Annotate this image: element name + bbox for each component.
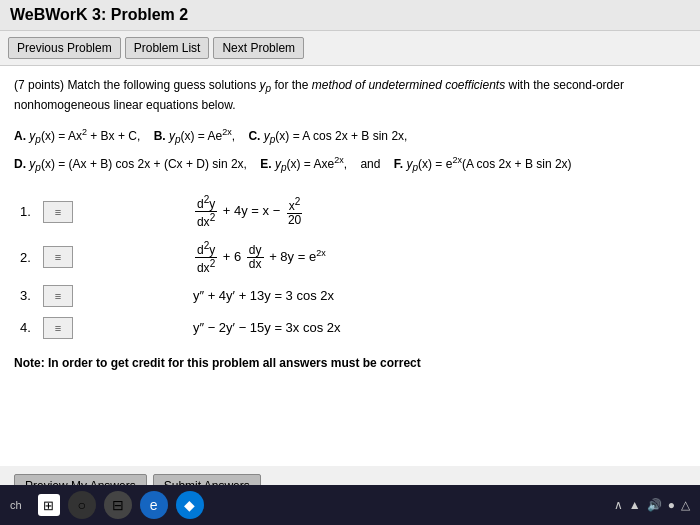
next-problem-button[interactable]: Next Problem	[213, 37, 304, 59]
content-area: (7 points) Match the following guess sol…	[0, 66, 700, 466]
answer-input-2[interactable]: ≡	[43, 246, 73, 268]
table-row: 3. ≡ y″ + 4y′ + 13y = 3 cos 2x	[14, 280, 686, 312]
windows-icon[interactable]: ⊞	[38, 494, 60, 516]
equation-2: d2y dx2 + 6 dy dx + 8y = e2x	[187, 235, 686, 280]
problem-list-button[interactable]: Problem List	[125, 37, 210, 59]
equation-1: d2y dx2 + 4y = x − x2 20	[187, 189, 686, 234]
taskview-icon[interactable]: ⊟	[104, 491, 132, 519]
equation-4: y″ − 2y′ − 15y = 3x cos 2x	[187, 312, 686, 344]
problems-table: 1. ≡ d2y dx2 + 4y = x − x2	[14, 189, 686, 344]
note-text: Note: In order to get credit for this pr…	[14, 356, 686, 370]
table-row: 2. ≡ d2y dx2 + 6 dy	[14, 235, 686, 280]
title-text: WeBWorK 3: Problem 2	[10, 6, 188, 23]
clock: ●	[668, 498, 675, 512]
volume-icon: ▲	[629, 498, 641, 512]
search-icon[interactable]: ○	[68, 491, 96, 519]
page-title: WeBWorK 3: Problem 2	[0, 0, 700, 31]
taskbar-label: ch	[10, 499, 22, 511]
taskbar: ch ⊞ ○ ⊟ e ◆ ∧ ▲ 🔊 ● △	[0, 485, 700, 525]
fraction-d2y: d2y dx2	[195, 194, 217, 229]
edge-icon[interactable]: ◆	[176, 491, 204, 519]
answer-input-4[interactable]: ≡	[43, 317, 73, 339]
choice-A: A. yp(x) = Ax2 + Bx + C, B. yp(x) = Ae2x…	[14, 124, 686, 149]
instr-text1: Match the following guess solutions yp f…	[14, 78, 624, 112]
equation-3: y″ + 4y′ + 13y = 3 cos 2x	[187, 280, 686, 312]
note-label: Note:	[14, 356, 45, 370]
instructions-text: (7 points) Match the following guess sol…	[14, 76, 686, 114]
points-label: (7 points)	[14, 78, 64, 92]
problem-number: 1.	[14, 189, 37, 234]
system-icons: ∧ ▲ 🔊 ● △	[614, 498, 690, 512]
speaker-icon: 🔊	[647, 498, 662, 512]
fraction-d2y-2: d2y dx2	[195, 240, 217, 275]
browser-icon[interactable]: e	[140, 491, 168, 519]
choice-D: D. yp(x) = (Ax + B) cos 2x + (Cx + D) si…	[14, 152, 686, 177]
answer-input-3[interactable]: ≡	[43, 285, 73, 307]
table-row: 1. ≡ d2y dx2 + 4y = x − x2	[14, 189, 686, 234]
main-window: WeBWorK 3: Problem 2 Previous Problem Pr…	[0, 0, 700, 506]
note-body: In order to get credit for this problem …	[48, 356, 421, 370]
problem-number: 3.	[14, 280, 37, 312]
navigation-toolbar: Previous Problem Problem List Next Probl…	[0, 31, 700, 66]
choices-area: A. yp(x) = Ax2 + Bx + C, B. yp(x) = Ae2x…	[14, 124, 686, 177]
notification-icon: △	[681, 498, 690, 512]
fraction-x2-20: x2 20	[286, 196, 303, 227]
table-row: 4. ≡ y″ − 2y′ − 15y = 3x cos 2x	[14, 312, 686, 344]
fraction-dy: dy dx	[247, 244, 264, 271]
problem-number: 4.	[14, 312, 37, 344]
network-icon: ∧	[614, 498, 623, 512]
problem-number: 2.	[14, 235, 37, 280]
prev-problem-button[interactable]: Previous Problem	[8, 37, 121, 59]
answer-input-1[interactable]: ≡	[43, 201, 73, 223]
